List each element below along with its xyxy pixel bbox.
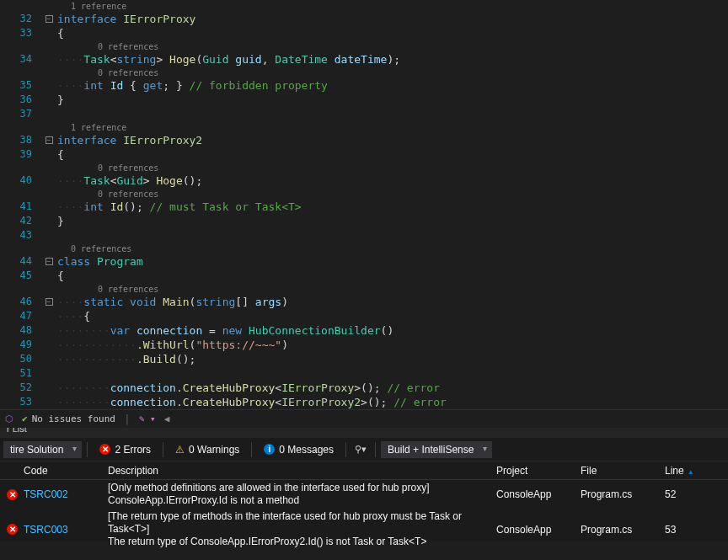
col-project[interactable]: Project	[490, 465, 574, 477]
col-desc[interactable]: Description	[101, 465, 490, 477]
fold-icon[interactable]: −	[40, 258, 57, 265]
code-line[interactable]: interface IErrorProxy	[57, 12, 195, 26]
grid-header[interactable]: Code Description Project File Line▲	[0, 461, 728, 480]
code-line[interactable]: {	[57, 269, 64, 283]
fold-icon[interactable]: −	[40, 15, 57, 23]
source-dropdown[interactable]: Build + IntelliSense	[381, 441, 492, 458]
codelens[interactable]: 1 reference	[57, 123, 126, 132]
code-line[interactable]: ····Task<Guid> Hoge();	[57, 173, 202, 188]
fold-icon[interactable]: −	[40, 136, 57, 144]
error-list-toolbar: tire Solution ✕ 2 Errors ⚠ 0 Warnings i …	[0, 438, 728, 461]
error-row[interactable]: ✕ TSRC003 [The return type of methods in…	[0, 509, 728, 550]
code-line[interactable]: ········var connection = new HubConnecti…	[57, 323, 393, 338]
code-line[interactable]: ····{	[57, 309, 90, 323]
code-line[interactable]: ····static void Main(string[] args)	[57, 295, 288, 309]
warning-icon: ⚠	[175, 444, 185, 456]
code-line[interactable]: }	[57, 214, 64, 228]
code-line[interactable]: }	[57, 93, 64, 107]
col-line[interactable]: Line▲	[658, 465, 709, 477]
code-line[interactable]: {	[57, 147, 64, 162]
check-icon: ✔	[22, 413, 28, 424]
issues-status[interactable]: ✔ No issues found	[22, 413, 115, 424]
code-line[interactable]: ············.WithUrl("https://~~~")	[57, 338, 288, 352]
info-icon: i	[264, 444, 275, 455]
code-line[interactable]: ············.Build();	[57, 352, 195, 366]
filter-icon[interactable]: ⚲▾	[351, 441, 370, 457]
codelens[interactable]: 1 reference	[57, 2, 126, 11]
nav-prev-icon[interactable]: ◀	[164, 413, 170, 424]
errors-filter[interactable]: ✕ 2 Errors	[93, 441, 158, 458]
copilot-icon[interactable]: ⬡	[5, 413, 13, 424]
code-line[interactable]: ········connection.CreateHubProxy<IError…	[57, 381, 440, 395]
code-line[interactable]: interface IErrorProxy2	[57, 133, 202, 147]
line-number: 32	[0, 12, 40, 26]
codelens[interactable]: 0 references	[57, 163, 158, 173]
code-line[interactable]: ····int Id { get; } // forbidden propert…	[57, 78, 328, 93]
code-line[interactable]: ····int Id(); // must Task or Task<T>	[57, 200, 302, 214]
col-code[interactable]: Code	[17, 465, 101, 477]
codelens[interactable]: 0 references	[57, 285, 158, 294]
codelens[interactable]: 0 references	[57, 189, 158, 199]
code-editor[interactable]: 1 reference 32−interface IErrorProxy 33{…	[0, 0, 728, 419]
fold-icon[interactable]: −	[40, 298, 57, 306]
error-grid: Code Description Project File Line▲ ✕ TS…	[0, 461, 728, 550]
code-line[interactable]: {	[57, 26, 64, 40]
codelens[interactable]: 0 references	[57, 244, 131, 253]
error-icon: ✕	[99, 444, 110, 455]
col-file[interactable]: File	[574, 465, 658, 477]
sort-asc-icon: ▲	[688, 468, 694, 476]
error-list-panel: r List tire Solution ✕ 2 Errors ⚠ 0 Warn…	[0, 419, 728, 541]
codelens[interactable]: 0 references	[57, 42, 158, 51]
pen-icon[interactable]: ✎ ▾	[139, 413, 156, 424]
code-line[interactable]: ····Task<string> Hoge(Guid guid, DateTim…	[57, 52, 400, 67]
warnings-filter[interactable]: ⚠ 0 Warnings	[169, 441, 246, 458]
error-row[interactable]: ✕ TSRC002 [Only method definitions are a…	[0, 480, 728, 509]
scope-dropdown[interactable]: tire Solution	[3, 441, 82, 458]
code-line[interactable]: class Program	[57, 254, 143, 269]
editor-statusbar: ⬡ ✔ No issues found | ✎ ▾ ◀	[0, 409, 728, 428]
messages-filter[interactable]: i 0 Messages	[257, 441, 340, 458]
codelens[interactable]: 0 references	[57, 68, 158, 77]
code-line[interactable]: ········connection.CreateHubProxy<IError…	[57, 395, 447, 409]
